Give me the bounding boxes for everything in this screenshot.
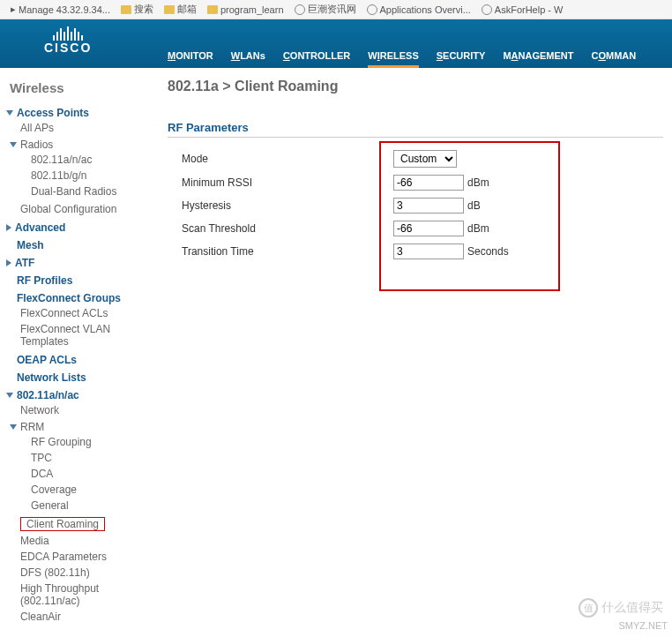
tree-radio-b[interactable]: 802.11b/g/n <box>31 168 154 184</box>
scan-threshold-input[interactable] <box>393 221 464 236</box>
tree-radios[interactable]: Radios <box>8 138 154 152</box>
min-rssi-input[interactable] <box>393 175 464 191</box>
min-rssi-unit: dBm <box>467 176 489 189</box>
tree-high-throughput[interactable]: High Throughput (802.11n/ac) <box>20 581 154 609</box>
tree-client-roaming[interactable]: Client Roaming <box>20 515 154 533</box>
tree-network-lists[interactable]: Network Lists <box>4 371 154 385</box>
tree-radio-a[interactable]: 802.11a/n/ac <box>31 152 154 168</box>
mode-label: Mode <box>182 153 393 165</box>
watermark: SMYZ.NET <box>618 620 668 631</box>
hysteresis-unit: dB <box>467 199 481 212</box>
transition-time-label: Transition Time <box>182 245 393 258</box>
main-nav: MONITOR WLANs CONTROLLER WIRELESS SECURI… <box>168 50 636 68</box>
tree-media[interactable]: Media <box>20 533 154 549</box>
transition-time-input[interactable] <box>393 244 464 259</box>
folder-icon <box>207 5 218 14</box>
chevron-down-icon <box>10 142 17 147</box>
hysteresis-label: Hysteresis <box>182 199 393 212</box>
header: CISCO MONITOR WLANs CONTROLLER WIRELESS … <box>0 19 672 68</box>
tree-cleanair[interactable]: CleanAir <box>20 609 154 625</box>
tree-80211a[interactable]: 802.11a/n/ac <box>4 388 154 402</box>
cisco-logo: CISCO <box>44 26 92 55</box>
rf-parameters-form: Mode Custom Minimum RSSI dBm Hysteresis … <box>168 150 663 259</box>
bookmark-item[interactable]: Applications Overvi... <box>363 4 474 15</box>
chevron-down-icon <box>6 110 13 116</box>
tree-general[interactable]: General <box>31 498 154 513</box>
transition-time-unit: Seconds <box>467 245 509 258</box>
bookmark-item[interactable]: 巨潮资讯网 <box>291 3 360 16</box>
tree-rf-profiles[interactable]: RF Profiles <box>4 274 154 288</box>
chevron-right-icon <box>6 259 11 266</box>
bookmark-item[interactable]: 搜索 <box>117 3 157 16</box>
nav-controller[interactable]: CONTROLLER <box>283 50 350 61</box>
tree-coverage[interactable]: Coverage <box>31 482 154 498</box>
nav-wlans[interactable]: WLANs <box>231 50 265 61</box>
bookmark-item[interactable]: 邮箱 <box>161 3 200 16</box>
tree-dca[interactable]: DCA <box>31 466 154 482</box>
sidebar-title: Wireless <box>4 77 154 104</box>
tree-atf[interactable]: ATF <box>4 256 154 270</box>
bookmark-item[interactable]: AskForHelp - W <box>478 4 567 15</box>
nav-commands[interactable]: COMMAN <box>591 50 636 61</box>
tree-oeap[interactable]: OEAP ACLs <box>4 353 154 367</box>
bookmark-item[interactable]: ▸ Manage 43.32.9.34... <box>7 4 114 15</box>
tree-access-points[interactable]: Access Points <box>4 106 154 120</box>
hysteresis-input[interactable] <box>393 198 464 214</box>
section-title: RF Parameters <box>168 121 663 138</box>
globe-icon <box>295 4 305 15</box>
logo-text: CISCO <box>44 41 92 55</box>
tree-tpc[interactable]: TPC <box>31 450 154 466</box>
nav-monitor[interactable]: MONITOR <box>168 50 213 61</box>
nav-wireless[interactable]: WIRELESS <box>368 50 418 68</box>
tree-dfs[interactable]: DFS (802.11h) <box>20 565 154 581</box>
sidebar: Wireless Access Points All APs Radios 80… <box>0 68 159 635</box>
tree-flexconnect[interactable]: FlexConnect Groups <box>4 291 154 305</box>
watermark-zh: 值什么值得买 <box>579 598 663 618</box>
tree-global-config[interactable]: Global Configuration <box>20 201 154 217</box>
chevron-right-icon <box>6 224 11 231</box>
breadcrumb: 802.11a > Client Roaming <box>168 79 663 94</box>
tree-radio-dual[interactable]: Dual-Band Radios <box>31 184 154 199</box>
globe-icon <box>367 4 377 15</box>
bookmarks-bar: ▸ Manage 43.32.9.34... 搜索 邮箱 program_lea… <box>0 0 672 19</box>
tree-rrm[interactable]: RRM <box>8 420 154 434</box>
tree-edca[interactable]: EDCA Parameters <box>20 549 154 565</box>
bookmark-item[interactable]: program_learn <box>204 4 287 15</box>
mode-select[interactable]: Custom <box>393 150 457 168</box>
tree-network[interactable]: Network <box>20 402 154 418</box>
min-rssi-label: Minimum RSSI <box>182 176 393 189</box>
tree-rf-grouping[interactable]: RF Grouping <box>31 434 154 450</box>
scan-threshold-unit: dBm <box>467 222 489 235</box>
tree-mesh[interactable]: Mesh <box>4 238 154 252</box>
chevron-down-icon <box>6 393 13 398</box>
tree-advanced[interactable]: Advanced <box>4 221 154 235</box>
nav-management[interactable]: MANAGEMENT <box>503 50 573 61</box>
content: 802.11a > Client Roaming RF Parameters M… <box>159 68 672 635</box>
folder-icon <box>164 5 175 14</box>
tree-all-aps[interactable]: All APs <box>20 120 154 136</box>
tree-flex-acls[interactable]: FlexConnect ACLs <box>20 305 154 321</box>
tree-flex-vlan[interactable]: FlexConnect VLAN Templates <box>20 321 154 349</box>
nav-security[interactable]: SECURITY <box>437 50 486 61</box>
globe-icon <box>482 4 492 15</box>
chevron-down-icon <box>10 424 17 430</box>
scan-threshold-label: Scan Threshold <box>182 222 393 235</box>
folder-icon <box>121 5 131 14</box>
